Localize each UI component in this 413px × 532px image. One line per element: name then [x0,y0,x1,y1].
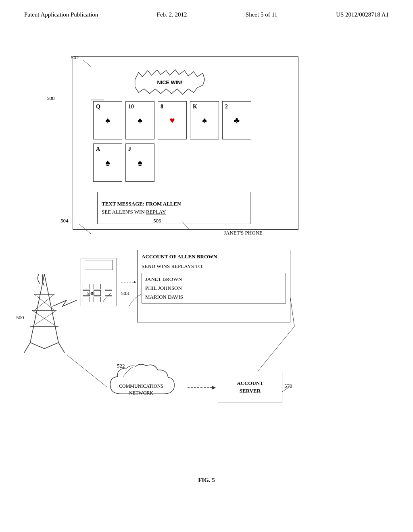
account-server-box: ACCOUNT SERVER [218,371,282,403]
text-message-box: TEXT MESSAGE: FROM ALLEN SEE ALLEN'S WIN… [97,192,250,224]
key-5 [94,290,101,296]
key-6 [105,290,112,296]
key-1 [83,284,90,289]
phone-screen [85,260,113,270]
label-503: 503 [121,290,129,297]
text-message-body: SEE ALLEN'S WIN REPLAY [102,209,246,215]
key-3 [105,284,112,289]
patent-header: Patent Application Publication Feb. 2, 2… [0,0,413,18]
label-504: 504 [60,218,69,224]
header-date: Feb. 2, 2012 [157,11,187,18]
card-J-spades: J ♠ [125,143,154,182]
contact-2: PHIL JOHNSON [145,284,282,293]
mobile-phone-device [81,258,117,306]
key-7 [83,297,90,302]
contact-3: MARION DAVIS [145,293,282,301]
diagram-area: 502 NICE WIN! 508 Q ♠ 10 ♠ 8 [0,32,413,508]
svg-line-22 [258,326,294,371]
cards-row-1: Q ♠ 10 ♠ 8 ♥ K ♠ 2 ♣ [93,101,251,139]
card-2-clubs: 2 ♣ [222,101,251,139]
svg-line-23 [67,355,107,387]
header-left: Patent Application Publication [24,11,98,18]
phone-screen-box: NICE WIN! 508 Q ♠ 10 ♠ 8 ♥ K ♠ [73,56,298,230]
label-506: 506 [153,218,161,224]
label-538: 538 [87,290,95,297]
svg-line-12 [58,343,65,353]
card-K-spades: K ♠ [190,101,219,139]
card-8-hearts: 8 ♥ [158,101,187,139]
cell-tower-icon [22,274,67,355]
label-522: 522 [117,363,125,369]
svg-line-14 [44,343,58,349]
send-replays-label: SEND WINS REPLAYS TO: [138,262,290,271]
account-title: ACCOUNT OF ALLEN BROWN [138,250,290,262]
svg-line-3 [44,274,58,343]
svg-line-2 [30,274,44,343]
cloud-label: COMMUNICATIONS NETWORK [109,383,173,397]
janets-phone-label: JANET'S PHONE [224,230,263,236]
win-bubble: NICE WIN! [129,68,210,96]
header-patent: US 2012/0028718 A1 [336,11,389,18]
replay-link[interactable]: REPLAY [146,209,166,215]
account-box: ACCOUNT OF ALLEN BROWN SEND WINS REPLAYS… [137,250,290,322]
label-500: 500 [16,314,24,321]
contacts-box: JANET BROWN PHIL JOHNSON MARION DAVIS [142,273,286,303]
key-9 [105,297,112,302]
card-10-spades: 10 ♠ [125,101,154,139]
svg-text:NICE WIN!: NICE WIN! [157,79,183,85]
label-508: 508 [47,95,55,102]
key-8 [94,297,101,302]
svg-line-13 [30,343,44,349]
card-Q-spades: Q ♠ [93,101,122,139]
svg-line-21 [290,298,294,326]
cards-row-2: A ♠ J ♠ [93,143,154,182]
card-A-spades: A ♠ [93,143,122,182]
key-2 [94,284,101,289]
contact-1: JANET BROWN [145,275,282,284]
svg-line-11 [24,343,30,353]
header-sheet: Sheet 5 of 11 [246,11,277,18]
figure-caption: FIG. 5 [0,477,413,484]
text-message-from: TEXT MESSAGE: FROM ALLEN [102,201,246,207]
label-570: 570 [284,383,292,389]
